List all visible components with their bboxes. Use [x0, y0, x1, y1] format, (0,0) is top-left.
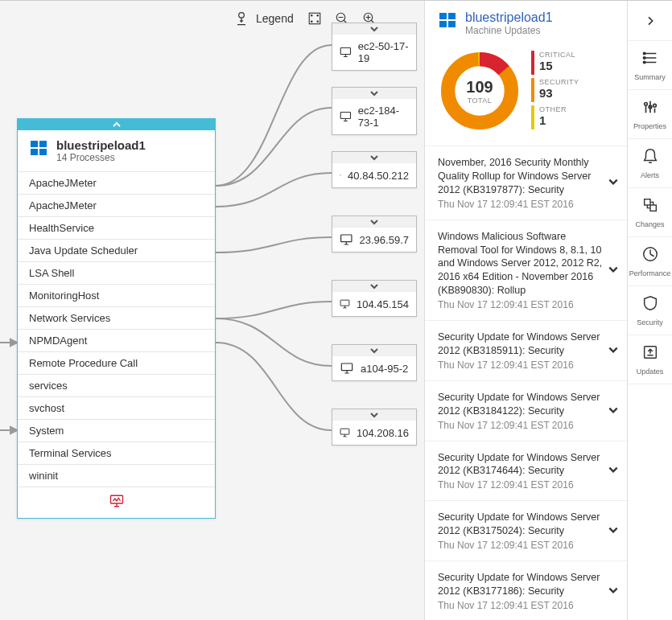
- server-label: ec2-184-73-1: [358, 105, 409, 129]
- donut-total-label: TOTAL: [468, 96, 493, 105]
- process-item[interactable]: wininit: [18, 464, 215, 487]
- update-time: Thu Nov 17 12:09:41 EST 2016: [438, 600, 603, 611]
- monitor-alert-icon: [109, 494, 125, 508]
- rail-label: Properties: [633, 122, 666, 130]
- svg-rect-33: [341, 235, 352, 242]
- svg-rect-32: [340, 175, 341, 175]
- svg-point-25: [653, 104, 656, 107]
- server-label: 104.208.16: [357, 427, 409, 439]
- process-item[interactable]: MonitoringHost: [18, 284, 215, 306]
- monitor-icon: [340, 46, 352, 59]
- monitor-icon: [340, 362, 354, 375]
- svg-rect-14: [448, 13, 456, 19]
- server-node[interactable]: 40.84.50.212: [332, 151, 417, 188]
- server-label: ec2-50-17-19: [358, 40, 409, 64]
- node-expand[interactable]: [332, 409, 416, 421]
- server-label: 104.45.154: [357, 298, 409, 310]
- card-footer: [18, 487, 215, 518]
- node-expand[interactable]: [332, 152, 416, 163]
- windows-icon: [438, 10, 457, 30]
- legend-label: Legend: [256, 12, 294, 25]
- process-item[interactable]: services: [18, 374, 215, 396]
- rail-item-alerts[interactable]: Alerts: [628, 139, 672, 188]
- server-node[interactable]: ec2-184-73-1: [332, 87, 417, 135]
- process-item[interactable]: Remote Procedure Call: [18, 351, 215, 374]
- process-item[interactable]: ApacheJMeter: [18, 171, 215, 194]
- server-node[interactable]: 23.96.59.7: [332, 216, 417, 253]
- process-item[interactable]: Java Update Scheduler: [18, 239, 215, 261]
- update-time: Thu Nov 17 12:09:41 EST 2016: [438, 540, 603, 551]
- update-item[interactable]: Security Update for Windows Server 2012 …: [425, 321, 627, 381]
- monitor-icon: [340, 169, 341, 182]
- rail-item-properties[interactable]: Properties: [628, 90, 672, 139]
- process-item[interactable]: LSA Shell: [18, 261, 215, 284]
- svg-rect-1: [309, 13, 320, 24]
- updates-icon: [641, 343, 659, 364]
- process-item[interactable]: ApacheJMeter: [18, 194, 215, 216]
- server-node[interactable]: ec2-50-17-19: [332, 23, 417, 71]
- svg-rect-8: [31, 141, 38, 147]
- svg-rect-12: [110, 495, 122, 503]
- server-node[interactable]: a104-95-2: [332, 344, 417, 381]
- panel-header: bluestripeload1 Machine Updates: [425, 1, 627, 43]
- chevron-down-icon: [608, 345, 619, 355]
- svg-point-2: [311, 15, 312, 17]
- svg-rect-13: [439, 13, 447, 19]
- process-item[interactable]: System: [18, 419, 215, 441]
- rail-item-summary[interactable]: Summary: [628, 41, 672, 90]
- process-item[interactable]: Terminal Services: [18, 441, 215, 464]
- svg-rect-34: [340, 300, 349, 306]
- rail-label: Summary: [634, 73, 666, 81]
- process-item[interactable]: HealthService: [18, 216, 215, 239]
- process-item[interactable]: NPMDAgent: [18, 329, 215, 351]
- update-time: Thu Nov 17 12:09:41 EST 2016: [438, 299, 603, 310]
- rail-item-changes[interactable]: Changes: [628, 188, 672, 237]
- card-collapse-bar[interactable]: [18, 119, 215, 130]
- update-item[interactable]: Security Update for Windows Server 2012 …: [425, 501, 627, 561]
- rail-item-performance[interactable]: Performance: [628, 237, 672, 286]
- update-item[interactable]: November, 2016 Security Monthly Quality …: [425, 146, 627, 220]
- svg-point-23: [644, 103, 647, 106]
- rail-item-security[interactable]: Security: [628, 286, 672, 335]
- update-item[interactable]: Security Update for Windows Server 2012 …: [425, 381, 627, 441]
- svg-rect-9: [39, 141, 47, 147]
- node-expand[interactable]: [332, 23, 416, 35]
- donut-section: 109 TOTAL CRITICAL15SECURITY93OTHER1: [425, 43, 627, 146]
- node-expand[interactable]: [332, 88, 416, 99]
- rail-label: Updates: [637, 367, 664, 376]
- process-item[interactable]: Network Services: [18, 306, 215, 329]
- properties-icon: [641, 98, 659, 119]
- rail-label: Changes: [635, 220, 664, 228]
- collapse-button[interactable]: [628, 1, 672, 41]
- rail-item-updates[interactable]: Updates: [628, 335, 672, 384]
- security-icon: [641, 294, 659, 315]
- legend-button[interactable]: Legend: [233, 10, 294, 27]
- update-time: Thu Nov 17 12:09:41 EST 2016: [438, 359, 603, 371]
- node-expand[interactable]: [332, 345, 416, 356]
- chevron-down-icon: [608, 265, 619, 274]
- server-node[interactable]: 104.208.16: [332, 409, 417, 445]
- legend-icon: [233, 10, 249, 27]
- update-item[interactable]: Security Update for Windows Server 2012 …: [425, 441, 627, 502]
- card-subtitle: 14 Processes: [56, 152, 146, 163]
- svg-rect-10: [31, 149, 38, 155]
- process-item[interactable]: svchost: [18, 396, 215, 419]
- update-item[interactable]: Security Update for Windows Server 2012 …: [425, 561, 627, 620]
- svg-point-21: [643, 57, 645, 60]
- chevron-down-icon: [369, 411, 379, 419]
- rail-label: Security: [637, 318, 663, 326]
- node-expand[interactable]: [332, 216, 416, 228]
- update-item[interactable]: Windows Malicious Software Removal Tool …: [425, 220, 627, 321]
- fit-button[interactable]: [303, 7, 326, 30]
- server-label: 23.96.59.7: [360, 234, 409, 246]
- windows-icon: [29, 138, 48, 158]
- chevron-down-icon: [369, 218, 379, 226]
- svg-rect-30: [340, 47, 350, 54]
- node-expand[interactable]: [332, 281, 416, 292]
- summary-icon: [641, 49, 659, 70]
- process-card[interactable]: bluestripeload1 14 Processes ApacheJMete…: [17, 118, 216, 519]
- update-time: Thu Nov 17 12:09:41 EST 2016: [438, 479, 603, 491]
- server-node[interactable]: 104.45.154: [332, 280, 417, 317]
- update-title: Security Update for Windows Server 2012 …: [438, 571, 603, 598]
- panel-title: bluestripeload1: [465, 10, 553, 25]
